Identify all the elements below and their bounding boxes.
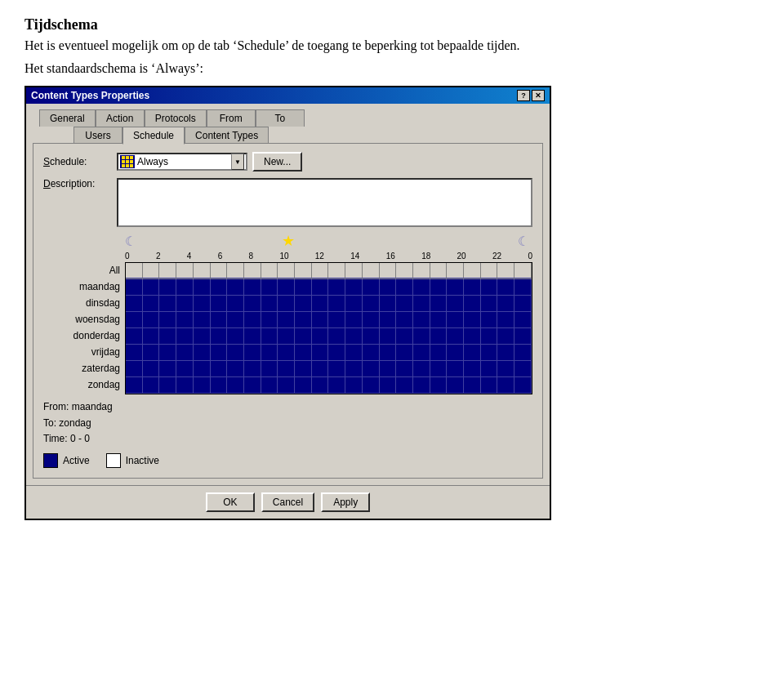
help-button[interactable]: ? [517,90,530,101]
grid-cell[interactable] [176,296,194,312]
grid-cell[interactable] [278,361,295,377]
grid-cell[interactable] [126,377,143,394]
grid-cell[interactable] [176,279,194,296]
grid-cell[interactable] [126,312,143,328]
grid-cell[interactable] [143,263,160,278]
grid-cell[interactable] [497,345,514,361]
grid-cell[interactable] [345,377,363,394]
grid-cell[interactable] [194,296,211,312]
grid-cell[interactable] [363,296,380,312]
grid-cell[interactable] [497,377,514,394]
grid-cell[interactable] [464,279,481,296]
grid-cell[interactable] [328,279,345,296]
grid-cell[interactable] [194,263,211,278]
grid-cell[interactable] [159,263,176,278]
grid-cell[interactable] [447,279,464,296]
grid-cell[interactable] [295,263,312,278]
grid-cell[interactable] [413,312,430,328]
grid-cell[interactable] [211,263,228,278]
grid-cell[interactable] [464,296,481,312]
grid-cell[interactable] [278,312,295,328]
grid-cell[interactable] [345,279,363,296]
grid-cell[interactable] [514,263,532,278]
grid-cell[interactable] [159,345,176,361]
grid-cell[interactable] [481,377,498,394]
grid-cell[interactable] [227,279,244,296]
grid-cell[interactable] [126,345,143,361]
grid-cell[interactable] [464,345,481,361]
grid-cell[interactable] [261,279,278,296]
grid-cell[interactable] [328,296,345,312]
grid-zondag-row[interactable] [126,377,532,394]
grid-cell[interactable] [194,328,211,345]
grid-cell[interactable] [312,263,329,278]
grid-cell[interactable] [244,312,261,328]
grid-cell[interactable] [227,296,244,312]
grid-cell[interactable] [143,296,160,312]
grid-cell[interactable] [194,361,211,377]
grid-cell[interactable] [396,361,413,377]
grid-cell[interactable] [430,312,448,328]
grid-cell[interactable] [244,328,261,345]
grid-cell[interactable] [396,296,413,312]
tab-general[interactable]: General [39,109,96,127]
grid-cell[interactable] [396,263,413,278]
grid-cell[interactable] [430,263,448,278]
grid-cell[interactable] [227,263,244,278]
grid-cell[interactable] [413,279,430,296]
grid-cell[interactable] [514,312,532,328]
grid-cell[interactable] [464,377,481,394]
grid-cell[interactable] [497,263,514,278]
grid-cell[interactable] [464,328,481,345]
grid-cell[interactable] [244,263,261,278]
grid-cell[interactable] [413,345,430,361]
grid-cell[interactable] [380,312,397,328]
grid-cell[interactable] [380,328,397,345]
close-button[interactable]: ✕ [532,90,545,101]
tab-action[interactable]: Action [96,109,145,127]
grid-cell[interactable] [159,279,176,296]
grid-cell[interactable] [497,279,514,296]
grid-cell[interactable] [345,296,363,312]
grid-cell[interactable] [514,328,532,345]
grid-cell[interactable] [481,296,498,312]
grid-cell[interactable] [261,296,278,312]
grid-cell[interactable] [380,377,397,394]
grid-cell[interactable] [380,345,397,361]
grid-cell[interactable] [363,279,380,296]
ok-button[interactable]: OK [206,492,255,512]
grid-cell[interactable] [413,361,430,377]
grid-cell[interactable] [345,312,363,328]
grid-cell[interactable] [447,263,464,278]
grid-cell[interactable] [244,345,261,361]
grid-cell[interactable] [363,377,380,394]
grid-cell[interactable] [430,279,448,296]
grid-cell[interactable] [176,312,194,328]
grid-donderdag-row[interactable] [126,328,532,345]
grid-cell[interactable] [380,361,397,377]
grid-cell[interactable] [278,263,295,278]
grid-cell[interactable] [176,345,194,361]
grid-cell[interactable] [159,361,176,377]
grid-cell[interactable] [295,279,312,296]
grid-cell[interactable] [464,361,481,377]
grid-cell[interactable] [227,312,244,328]
grid-cell[interactable] [126,279,143,296]
grid-cell[interactable] [328,345,345,361]
grid-cell[interactable] [211,279,228,296]
schedule-dropdown[interactable]: Always ▼ [117,153,247,171]
grid-cell[interactable] [447,377,464,394]
tab-schedule[interactable]: Schedule [122,127,185,145]
grid-cell[interactable] [143,361,160,377]
grid-cell[interactable] [278,377,295,394]
grid-cell[interactable] [312,279,329,296]
grid-cell[interactable] [244,377,261,394]
grid-cell[interactable] [176,361,194,377]
grid-cell[interactable] [194,377,211,394]
grid-cell[interactable] [211,361,228,377]
grid-cell[interactable] [430,377,448,394]
grid-cell[interactable] [143,345,160,361]
grid-cell[interactable] [312,361,329,377]
grid-cell[interactable] [211,296,228,312]
grid-cell[interactable] [447,345,464,361]
